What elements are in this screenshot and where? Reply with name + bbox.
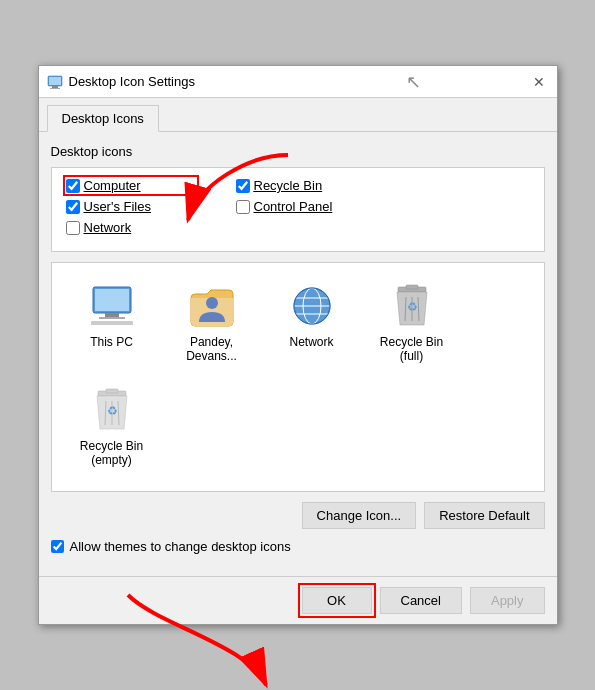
recycle-empty-icon: ♻ bbox=[87, 385, 137, 435]
tabs-bar: Desktop Icons bbox=[39, 98, 557, 131]
svg-rect-17 bbox=[406, 285, 418, 289]
icons-area: This PC Pandey,Devans... bbox=[51, 262, 545, 492]
svg-rect-6 bbox=[105, 313, 119, 317]
change-icon-button[interactable]: Change Icon... bbox=[302, 502, 417, 529]
checkbox-row-3: Network bbox=[66, 220, 530, 235]
icon-pandey-label: Pandey,Devans... bbox=[186, 335, 237, 363]
allow-themes-checkbox[interactable] bbox=[51, 540, 64, 553]
icon-recycle-full[interactable]: ♻ Recycle Bin(full) bbox=[362, 273, 462, 377]
checkbox-network-label: Network bbox=[84, 220, 132, 235]
checkbox-users-label: User's Files bbox=[84, 199, 152, 214]
icon-recycle-full-label: Recycle Bin(full) bbox=[380, 335, 443, 363]
title-bar: Desktop Icon Settings ↖ ✕ bbox=[39, 66, 557, 98]
checkbox-control-label: Control Panel bbox=[254, 199, 333, 214]
checkboxes-area: Computer Recycle Bin User's Files bbox=[51, 167, 545, 252]
section-label: Desktop icons bbox=[51, 144, 545, 159]
checkbox-computer[interactable]: Computer bbox=[66, 178, 196, 193]
icon-pandey[interactable]: Pandey,Devans... bbox=[162, 273, 262, 377]
network-icon bbox=[287, 281, 337, 331]
svg-point-9 bbox=[206, 297, 218, 309]
svg-text:♻: ♻ bbox=[106, 404, 117, 418]
dialog-footer: OK Cancel Apply bbox=[39, 576, 557, 624]
checkbox-row-1: Computer Recycle Bin bbox=[66, 178, 530, 193]
icon-recycle-empty[interactable]: ♻ Recycle Bin(empty) bbox=[62, 377, 162, 481]
icon-this-pc[interactable]: This PC bbox=[62, 273, 162, 377]
dialog: Desktop Icon Settings ↖ ✕ Desktop Icons … bbox=[38, 65, 558, 625]
checkbox-network[interactable]: Network bbox=[66, 220, 196, 235]
restore-default-button[interactable]: Restore Default bbox=[424, 502, 544, 529]
icon-this-pc-label: This PC bbox=[90, 335, 133, 349]
recycle-full-icon: ♻ bbox=[387, 281, 437, 331]
svg-rect-8 bbox=[91, 321, 133, 325]
svg-rect-23 bbox=[106, 389, 118, 393]
tab-desktop-icons[interactable]: Desktop Icons bbox=[47, 105, 159, 132]
icon-recycle-empty-label: Recycle Bin(empty) bbox=[80, 439, 143, 467]
svg-rect-2 bbox=[50, 88, 60, 89]
cancel-button[interactable]: Cancel bbox=[380, 587, 462, 614]
svg-rect-7 bbox=[99, 317, 125, 319]
icon-network-label: Network bbox=[289, 335, 333, 349]
checkbox-recycle-label: Recycle Bin bbox=[254, 178, 323, 193]
ok-button[interactable]: OK bbox=[302, 587, 372, 614]
dialog-title: Desktop Icon Settings bbox=[69, 74, 299, 89]
apply-button[interactable]: Apply bbox=[470, 587, 545, 614]
icon-network[interactable]: Network bbox=[262, 273, 362, 377]
bottom-buttons: Change Icon... Restore Default bbox=[51, 502, 545, 529]
svg-text:♻: ♻ bbox=[406, 300, 417, 314]
checkbox-users-files[interactable]: User's Files bbox=[66, 199, 196, 214]
cursor-hint: ↖ bbox=[299, 71, 529, 93]
this-pc-icon bbox=[87, 281, 137, 331]
pandey-icon bbox=[187, 281, 237, 331]
svg-rect-3 bbox=[49, 77, 61, 85]
allow-themes-label: Allow themes to change desktop icons bbox=[70, 539, 291, 554]
svg-rect-5 bbox=[95, 289, 129, 311]
checkbox-computer-label: Computer bbox=[84, 178, 141, 193]
close-button[interactable]: ✕ bbox=[529, 72, 549, 92]
checkbox-control-panel[interactable]: Control Panel bbox=[236, 199, 366, 214]
dialog-content: Desktop icons Computer Recycle Bin bbox=[39, 131, 557, 576]
checkbox-row-2: User's Files Control Panel bbox=[66, 199, 530, 214]
allow-themes-row: Allow themes to change desktop icons bbox=[51, 539, 545, 554]
checkbox-recycle-bin[interactable]: Recycle Bin bbox=[236, 178, 366, 193]
svg-rect-1 bbox=[52, 86, 58, 88]
dialog-icon bbox=[47, 74, 63, 90]
